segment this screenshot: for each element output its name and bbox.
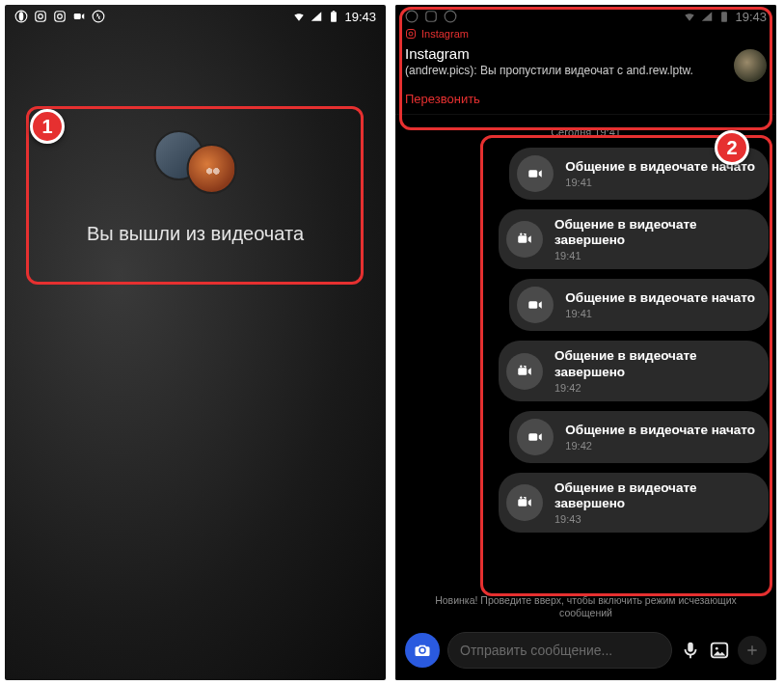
- avatar-stack: [5, 130, 386, 194]
- svg-rect-8: [332, 12, 338, 21]
- gallery-button[interactable]: [709, 640, 730, 661]
- message-title: Общение в видеочате завершено: [554, 217, 755, 248]
- message-title: Общение в видеочате завершено: [554, 480, 755, 511]
- svg-rect-11: [426, 12, 437, 22]
- status-icons-left: [14, 10, 105, 23]
- message-time: 19:41: [565, 177, 755, 188]
- video-icon: [72, 10, 86, 23]
- video-call-icon: [517, 287, 554, 323]
- signal-icon: [700, 10, 714, 23]
- svg-rect-14: [407, 30, 416, 39]
- call-ended-panel: Вы вышли из видеочата: [5, 130, 386, 245]
- chat-message-list[interactable]: Сегодня 19:41 Общение в видеочате начато…: [395, 115, 776, 590]
- svg-rect-17: [518, 235, 527, 243]
- notification-body: (andrew.pics): Вы пропустили видеочат с …: [405, 64, 724, 77]
- svg-rect-6: [74, 14, 81, 19]
- status-bar: 19:43: [5, 5, 386, 28]
- svg-rect-22: [529, 433, 538, 441]
- message-title: Общение в видеочате начато: [565, 290, 755, 306]
- plus-icon: [744, 643, 760, 658]
- image-icon: [709, 640, 730, 661]
- opera-icon: [14, 10, 28, 23]
- svg-point-15: [409, 32, 413, 36]
- message-time: 19:41: [554, 250, 755, 261]
- mic-icon: [680, 640, 701, 661]
- instagram-icon: [34, 10, 47, 23]
- instagram-icon: [405, 28, 417, 40]
- message-row[interactable]: Общение в видеочате завершено19:43: [403, 473, 769, 533]
- instagram-icon: [53, 10, 67, 23]
- notification-title: Instagram: [405, 45, 724, 62]
- battery-icon: [717, 10, 731, 23]
- video-call-icon: [517, 155, 554, 192]
- status-icons-right: 19:43: [292, 10, 376, 24]
- shazam-icon: [92, 10, 105, 23]
- phone-left-screen: 19:43 1 Вы вышли из видеочата: [5, 5, 386, 680]
- disappearing-messages-hint: Новинка! Проведите вверх, чтобы включить…: [395, 590, 776, 624]
- mic-button[interactable]: [680, 640, 701, 661]
- wifi-icon: [292, 10, 306, 23]
- notification-app-name: Instagram: [421, 28, 469, 40]
- message-title: Общение в видеочате завершено: [554, 348, 755, 379]
- message-bubble[interactable]: Общение в видеочате завершено19:43: [499, 473, 769, 533]
- message-row[interactable]: Общение в видеочате начато19:41: [403, 148, 769, 200]
- message-title: Общение в видеочате начато: [565, 423, 755, 438]
- svg-rect-23: [518, 499, 527, 507]
- signal-icon: [310, 10, 323, 23]
- svg-point-1: [19, 12, 24, 20]
- svg-rect-2: [36, 12, 46, 22]
- notification-avatar: [734, 49, 767, 82]
- status-icons-left: [405, 10, 457, 23]
- svg-rect-19: [529, 302, 538, 310]
- video-call-icon: [517, 419, 554, 455]
- battery-icon: [327, 10, 340, 23]
- message-bubble[interactable]: Общение в видеочате начато19:42: [509, 411, 769, 463]
- opera-icon: [405, 10, 419, 23]
- camera-button[interactable]: [405, 633, 440, 668]
- svg-point-12: [445, 11, 456, 22]
- notification-app-row: Instagram: [405, 28, 767, 40]
- message-input[interactable]: [460, 643, 660, 658]
- video-call-ended-icon: [506, 484, 543, 521]
- svg-point-10: [406, 11, 418, 22]
- message-bubble[interactable]: Общение в видеочате завершено19:42: [499, 341, 769, 400]
- more-button[interactable]: [738, 636, 767, 665]
- message-bubble[interactable]: Общение в видеочате начато19:41: [509, 279, 769, 331]
- message-row[interactable]: Общение в видеочате начато19:41: [403, 279, 769, 331]
- message-row[interactable]: Общение в видеочате завершено19:42: [403, 341, 769, 400]
- svg-point-7: [93, 11, 104, 22]
- step-marker-2: 2: [715, 130, 749, 165]
- step-marker-1: 1: [30, 109, 65, 144]
- message-time: 19:42: [554, 382, 755, 394]
- svg-rect-4: [55, 12, 66, 22]
- svg-rect-16: [529, 170, 538, 178]
- svg-rect-13: [722, 12, 728, 21]
- status-time: 19:43: [735, 10, 767, 24]
- svg-point-5: [58, 14, 63, 19]
- svg-point-26: [716, 647, 718, 650]
- avatar: [187, 144, 237, 194]
- instagram-icon: [424, 10, 438, 23]
- video-call-ended-icon: [506, 353, 543, 390]
- phone-right-screen: 19:43 Instagram Instagram (andrew.pics):…: [395, 5, 776, 680]
- message-row[interactable]: Общение в видеочате завершено19:41: [403, 209, 769, 269]
- date-separator: Сегодня 19:41: [403, 126, 769, 138]
- notification-action-callback[interactable]: Перезвонить: [405, 92, 767, 106]
- call-ended-message: Вы вышли из видеочата: [5, 223, 386, 245]
- message-time: 19:41: [565, 308, 755, 319]
- svg-point-3: [39, 14, 43, 19]
- status-bar: 19:43: [395, 5, 776, 28]
- message-time: 19:43: [554, 513, 755, 525]
- message-row[interactable]: Общение в видеочате начато19:42: [403, 411, 769, 463]
- wifi-icon: [683, 10, 696, 23]
- svg-rect-20: [518, 368, 527, 375]
- camera-icon: [414, 642, 431, 659]
- message-time: 19:42: [565, 440, 755, 452]
- video-call-ended-icon: [506, 221, 543, 258]
- status-time: 19:43: [344, 10, 376, 24]
- message-composer: [395, 624, 776, 680]
- status-icons-right: 19:43: [683, 10, 767, 24]
- message-bubble[interactable]: Общение в видеочате завершено19:41: [499, 209, 769, 269]
- shazam-icon: [444, 10, 457, 23]
- message-input-wrap[interactable]: [447, 632, 672, 669]
